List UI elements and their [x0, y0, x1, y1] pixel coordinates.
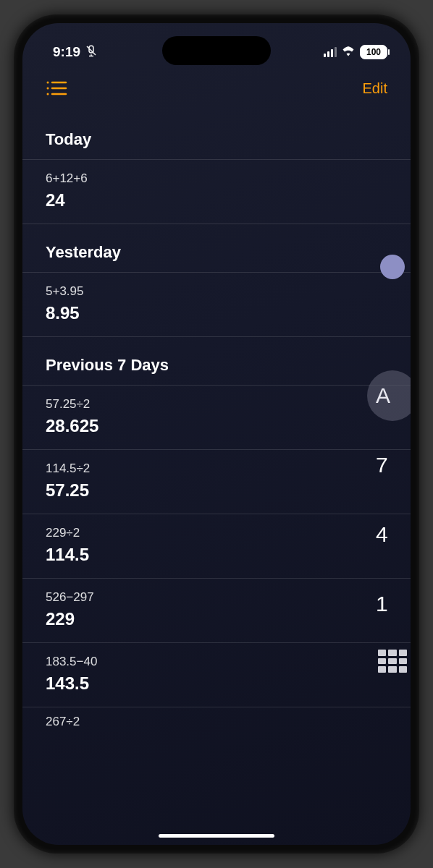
expression: 183.5−40	[46, 655, 387, 669]
expression: 57.25÷2	[46, 397, 387, 412]
expression: 526−297	[46, 590, 387, 605]
expression: 6+12+6	[46, 171, 387, 186]
result: 28.625	[46, 416, 387, 436]
screen: 9:19 100	[22, 23, 411, 845]
result: 24	[46, 190, 387, 210]
battery-level: 100	[366, 47, 381, 57]
mute-icon	[85, 44, 98, 61]
nav-bar: Edit	[22, 67, 411, 111]
expression: 114.5÷2	[46, 461, 387, 476]
history-row-partial[interactable]: 267÷2	[22, 707, 411, 729]
history-row[interactable]: 57.25÷2 28.625	[22, 386, 411, 450]
phone-frame: 9:19 100	[14, 14, 419, 854]
wifi-icon	[341, 45, 356, 59]
result: 143.5	[46, 673, 387, 694]
expression: 229÷2	[46, 526, 387, 540]
section-header-yesterday: Yesterday	[22, 224, 411, 273]
history-row[interactable]: 114.5÷2 57.25	[22, 450, 411, 514]
expression: 5+3.95	[46, 284, 387, 299]
svg-point-2	[47, 88, 49, 90]
history-content[interactable]: Today 6+12+6 24 Yesterday 5+3.95 8.95 Pr…	[22, 111, 411, 825]
history-row[interactable]: 5+3.95 8.95	[22, 273, 411, 337]
list-icon[interactable]	[46, 80, 67, 97]
history-row[interactable]: 526−297 229	[22, 579, 411, 643]
history-row[interactable]: 229÷2 114.5	[22, 514, 411, 579]
result: 57.25	[46, 480, 387, 501]
history-row[interactable]: 6+12+6 24	[22, 160, 411, 224]
section-header-today: Today	[22, 111, 411, 160]
status-right: 100	[324, 45, 387, 59]
dynamic-island	[162, 36, 271, 65]
battery-icon: 100	[360, 45, 387, 59]
history-row[interactable]: 183.5−40 143.5	[22, 643, 411, 707]
edit-button[interactable]: Edit	[363, 80, 387, 97]
svg-point-4	[47, 93, 49, 95]
home-indicator[interactable]	[159, 834, 274, 838]
section-header-previous: Previous 7 Days	[22, 337, 411, 386]
svg-point-0	[47, 82, 49, 84]
result: 8.95	[46, 303, 387, 323]
cellular-icon	[324, 47, 337, 57]
status-left: 9:19	[53, 44, 98, 61]
result: 229	[46, 609, 387, 629]
result: 114.5	[46, 545, 387, 565]
clock: 9:19	[53, 44, 80, 60]
